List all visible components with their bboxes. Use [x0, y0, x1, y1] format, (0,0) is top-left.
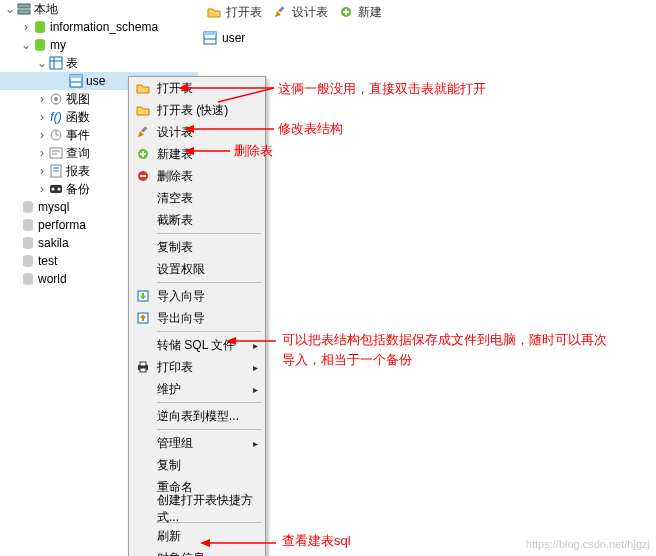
database-icon [32, 19, 48, 35]
menu-export-wizard[interactable]: 导出向导 [129, 307, 265, 329]
tree-label: 备份 [66, 181, 90, 198]
chevron-right-icon: ▸ [253, 340, 265, 351]
svg-rect-0 [18, 4, 30, 8]
menu-maintain[interactable]: 维护▸ [129, 378, 265, 400]
chevron-right-icon[interactable]: › [36, 92, 48, 106]
chevron-right-icon[interactable]: › [36, 182, 48, 196]
chevron-right-icon[interactable]: › [36, 146, 48, 160]
query-icon [48, 145, 64, 161]
import-icon [133, 288, 153, 304]
print-icon [133, 359, 153, 375]
tree-label: test [38, 254, 57, 268]
backup-icon [48, 181, 64, 197]
menu-truncate-table[interactable]: 截断表 [129, 209, 265, 231]
design-table-button[interactable]: 设计表 [268, 2, 332, 23]
tree-db[interactable]: › information_schema [0, 18, 198, 36]
menu-object-info[interactable]: 对象信息 [129, 547, 265, 556]
design-icon [272, 4, 288, 20]
chevron-right-icon[interactable]: › [36, 164, 48, 178]
chevron-right-icon: ▸ [253, 438, 265, 449]
menu-separator [157, 331, 261, 332]
tree-label: world [38, 272, 67, 286]
chevron-down-icon[interactable]: ⌄ [4, 2, 16, 16]
annotation: 这俩一般没用，直接双击表就能打开 [278, 80, 486, 98]
svg-point-22 [52, 188, 55, 191]
menu-reverse-model[interactable]: 逆向表到模型... [129, 405, 265, 427]
tree-label: 报表 [66, 163, 90, 180]
menu-clear-table[interactable]: 清空表 [129, 187, 265, 209]
database-icon [20, 199, 36, 215]
chevron-right-icon[interactable]: › [36, 110, 48, 124]
open-fast-icon [133, 102, 153, 118]
tree-label: information_schema [50, 20, 158, 34]
export-icon [133, 310, 153, 326]
menu-dump-sql[interactable]: 转储 SQL 文件▸ [129, 334, 265, 356]
svg-rect-4 [50, 57, 62, 69]
menu-delete-table[interactable]: 删除表 [129, 165, 265, 187]
server-icon [16, 1, 32, 17]
menu-open-fast[interactable]: 打开表 (快速) [129, 99, 265, 121]
tree-db[interactable]: ⌄ my [0, 36, 198, 54]
menu-separator [157, 402, 261, 403]
svg-rect-37 [140, 175, 146, 177]
open-table-button[interactable]: 打开表 [202, 2, 266, 23]
database-icon [20, 217, 36, 233]
menu-new-table[interactable]: 新建表 [129, 143, 265, 165]
open-icon [133, 80, 153, 96]
tree-label: 函数 [66, 109, 90, 126]
menu-open-table[interactable]: 打开表 [129, 77, 265, 99]
tree-label: my [50, 38, 66, 52]
table-icon [68, 73, 84, 89]
toolbar: 打开表 设计表 新建 [198, 0, 386, 24]
menu-copy[interactable]: 复制 [129, 454, 265, 476]
menu-separator [157, 282, 261, 283]
tree-label: 事件 [66, 127, 90, 144]
new-table-button[interactable]: 新建 [334, 2, 386, 23]
view-icon [48, 91, 64, 107]
chevron-right-icon[interactable]: › [20, 20, 32, 34]
table-name: user [222, 31, 245, 45]
svg-rect-15 [50, 148, 62, 158]
table-icon [202, 30, 218, 46]
watermark: https://blog.csdn.net/hjgzj [526, 538, 650, 550]
tree-label: sakila [38, 236, 69, 250]
tree-label: performa [38, 218, 86, 232]
menu-set-perm[interactable]: 设置权限 [129, 258, 265, 280]
menu-create-shortcut[interactable]: 创建打开表快捷方式... [129, 498, 265, 520]
svg-rect-41 [140, 362, 146, 366]
database-icon [20, 253, 36, 269]
database-icon [20, 235, 36, 251]
event-icon [48, 127, 64, 143]
menu-import-wizard[interactable]: 导入向导 [129, 285, 265, 307]
chevron-right-icon: ▸ [253, 362, 265, 373]
report-icon [48, 163, 64, 179]
chevron-right-icon: ▸ [253, 384, 265, 395]
svg-rect-1 [18, 10, 30, 14]
svg-point-11 [54, 97, 58, 101]
tree-label: use [86, 74, 105, 88]
svg-point-23 [58, 188, 61, 191]
menu-separator [157, 429, 261, 430]
table-item-user[interactable]: user [198, 28, 249, 48]
chevron-down-icon[interactable]: ⌄ [20, 38, 32, 52]
context-menu: 打开表 打开表 (快速) 设计表 新建表 删除表 清空表 截断表 复制表 设置权… [128, 76, 266, 556]
menu-copy-table[interactable]: 复制表 [129, 236, 265, 258]
tree-label: 表 [66, 55, 78, 72]
chevron-down-icon[interactable]: ⌄ [36, 56, 48, 70]
design-icon [133, 124, 153, 140]
function-icon: f() [48, 109, 64, 125]
menu-design-table[interactable]: 设计表 [129, 121, 265, 143]
svg-rect-34 [141, 126, 147, 132]
database-icon [20, 271, 36, 287]
chevron-right-icon[interactable]: › [36, 128, 48, 142]
tree-root[interactable]: ⌄ 本地 [0, 0, 198, 18]
database-icon [32, 37, 48, 53]
plus-icon [133, 146, 153, 162]
svg-rect-29 [278, 6, 284, 12]
menu-print-table[interactable]: 打印表▸ [129, 356, 265, 378]
menu-refresh[interactable]: 刷新 [129, 525, 265, 547]
menu-manage-group[interactable]: 管理组▸ [129, 432, 265, 454]
tree-folder-tables[interactable]: ⌄ 表 [0, 54, 198, 72]
annotation: 修改表结构 [278, 120, 343, 138]
svg-rect-42 [140, 368, 146, 372]
